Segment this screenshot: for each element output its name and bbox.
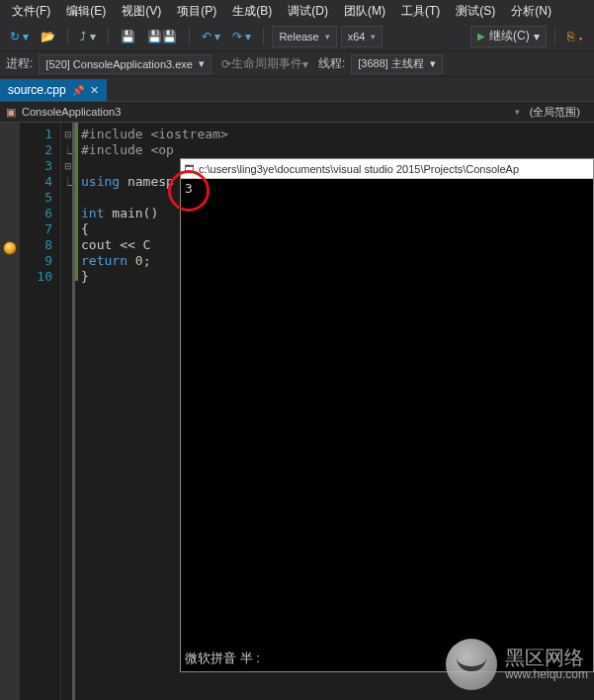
continue-button[interactable]: ▶ 继续(C) ▾ (470, 26, 547, 47)
step-button[interactable]: ⎘ ▾ (563, 26, 588, 47)
close-icon[interactable]: ✕ (90, 84, 99, 97)
platform-dropdown[interactable]: x64▾ (341, 26, 383, 47)
dropdown-caret-icon[interactable]: ▾ (511, 107, 524, 117)
menu-file[interactable]: 文件(F) (4, 0, 58, 23)
process-bar: 进程: [520] ConsoleApplication3.exe▾ ⟳ 生命周… (0, 51, 594, 77)
breakpoint-margin[interactable] (0, 123, 20, 700)
console-titlebar[interactable]: 🗔 c:\users\ling3ye\documents\visual stud… (181, 159, 593, 179)
project-name[interactable]: ConsoleApplication3 (22, 106, 121, 118)
menu-team[interactable]: 团队(M) (336, 0, 393, 23)
redo-button[interactable]: ↷ ▾ (228, 26, 255, 47)
line-number-gutter: 1 2 3 4 5 6 7 8 9 10 (20, 123, 61, 700)
menu-tools[interactable]: 工具(T) (393, 0, 448, 23)
thread-label: 线程: (318, 55, 345, 72)
current-line-marker (3, 241, 17, 255)
lifecycle-button[interactable]: ⟳ 生命周期事件 ▾ (217, 53, 312, 75)
menu-analyze[interactable]: 分析(N) (503, 0, 559, 23)
menu-bar: 文件(F) 编辑(E) 视图(V) 项目(P) 生成(B) 调试(D) 团队(M… (0, 0, 594, 22)
tab-source-cpp[interactable]: source.cpp 📌 ✕ (0, 79, 107, 101)
code-nav-bar: ▣ ConsoleApplication3 ▾ (全局范围) (0, 101, 594, 123)
scope-dropdown[interactable]: (全局范围) (530, 105, 588, 120)
refresh-button[interactable]: ↻ ▾ (6, 26, 33, 47)
ime-status: 微软拼音 半 : (185, 650, 260, 667)
pin-icon[interactable]: 📌 (72, 85, 84, 96)
console-output: 3 (181, 179, 593, 650)
menu-debug[interactable]: 调试(D) (280, 0, 336, 23)
cmd-icon: 🗔 (185, 163, 195, 174)
save-button[interactable]: 💾 (117, 26, 139, 47)
config-dropdown[interactable]: Release▾ (272, 26, 336, 47)
process-dropdown[interactable]: [520] ConsoleApplication3.exe▾ (39, 54, 212, 74)
console-title: c:\users\ling3ye\documents\visual studio… (199, 163, 519, 175)
tab-row: source.cpp 📌 ✕ (0, 77, 594, 101)
menu-test[interactable]: 测试(S) (448, 0, 503, 23)
menu-edit[interactable]: 编辑(E) (58, 0, 114, 23)
save-all-button[interactable]: 💾💾 (143, 26, 181, 47)
play-icon: ▶ (477, 31, 485, 42)
thread-dropdown[interactable]: [3688] 主线程▾ (351, 54, 443, 74)
menu-build[interactable]: 生成(B) (224, 0, 280, 23)
nav-button[interactable]: ⤴ ▾ (76, 26, 99, 47)
menu-view[interactable]: 视图(V) (114, 0, 169, 23)
menu-project[interactable]: 项目(P) (169, 0, 224, 23)
toolbar: ↻ ▾ 📂 ⤴ ▾ 💾 💾💾 ↶ ▾ ↷ ▾ Release▾ x64▾ ▶ 继… (0, 22, 594, 51)
open-button[interactable]: 📂 (37, 26, 59, 47)
process-label: 进程: (6, 55, 33, 72)
undo-button[interactable]: ↶ ▾ (198, 26, 224, 47)
console-window[interactable]: 🗔 c:\users\ling3ye\documents\visual stud… (180, 158, 594, 672)
project-icon: ▣ (6, 106, 16, 119)
